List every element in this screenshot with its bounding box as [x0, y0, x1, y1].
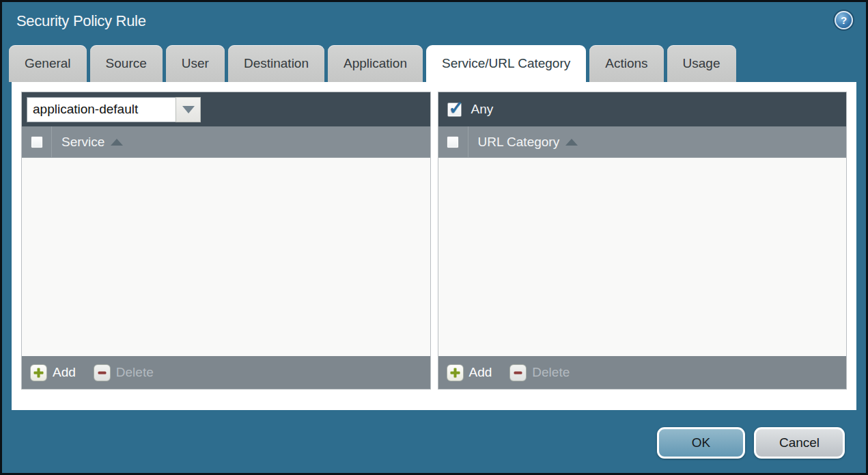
- tab-bar: General Source User Destination Applicat…: [9, 45, 859, 82]
- tab-destination[interactable]: Destination: [228, 45, 324, 82]
- title-bar: Security Policy Rule ?: [2, 2, 866, 43]
- tab-user[interactable]: User: [166, 45, 225, 82]
- service-toolbar: [22, 92, 430, 126]
- service-footer: Add Delete: [22, 356, 430, 389]
- url-category-column-sort[interactable]: URL Category: [468, 135, 578, 150]
- add-button-label: Add: [469, 365, 492, 380]
- chevron-down-icon: [182, 106, 195, 113]
- url-category-select-all-cell: [438, 126, 468, 157]
- service-add-button[interactable]: Add: [30, 364, 76, 381]
- tab-actions[interactable]: Actions: [589, 45, 663, 82]
- url-category-delete-button[interactable]: Delete: [509, 364, 570, 381]
- service-column-label: Service: [61, 135, 104, 150]
- url-category-list[interactable]: [438, 158, 847, 356]
- cancel-button[interactable]: Cancel: [754, 427, 845, 459]
- service-dropdown-input[interactable]: [27, 97, 176, 122]
- url-category-select-all-checkbox[interactable]: [447, 136, 459, 148]
- minus-icon: [94, 364, 111, 381]
- tab-application[interactable]: Application: [328, 45, 423, 82]
- tab-content: Service Add Delete: [12, 82, 856, 410]
- tab-source[interactable]: Source: [90, 45, 163, 82]
- service-column-header: Service: [22, 126, 430, 158]
- service-delete-button[interactable]: Delete: [94, 364, 154, 381]
- service-select-all-cell: [22, 126, 52, 157]
- service-select-all-checkbox[interactable]: [31, 136, 43, 148]
- url-category-column-label: URL Category: [478, 135, 560, 150]
- minus-icon: [509, 364, 527, 381]
- url-category-footer: Add Delete: [438, 356, 847, 389]
- tab-service-url-category[interactable]: Service/URL Category: [426, 45, 586, 82]
- add-button-label: Add: [53, 365, 76, 380]
- dialog-actions: OK Cancel: [657, 427, 845, 459]
- url-category-toolbar: Any: [438, 92, 847, 126]
- service-column-sort[interactable]: Service: [52, 135, 123, 150]
- service-dropdown: [27, 97, 201, 122]
- sort-ascending-icon: [565, 139, 578, 146]
- help-icon[interactable]: ?: [835, 11, 853, 29]
- security-policy-rule-dialog: Security Policy Rule ? General Source Us…: [0, 0, 868, 475]
- plus-icon: [30, 364, 47, 381]
- any-checkbox-label: Any: [471, 102, 494, 117]
- any-checkbox[interactable]: [447, 103, 462, 117]
- sort-ascending-icon: [111, 139, 123, 146]
- plus-icon: [447, 364, 464, 381]
- delete-button-label: Delete: [116, 365, 154, 380]
- tab-general[interactable]: General: [9, 45, 87, 82]
- delete-button-label: Delete: [532, 365, 570, 380]
- url-category-column-header: URL Category: [438, 126, 847, 158]
- service-list[interactable]: [22, 158, 430, 356]
- url-category-add-button[interactable]: Add: [447, 364, 492, 381]
- service-dropdown-button[interactable]: [176, 97, 201, 122]
- url-category-panel: Any URL Category Add: [438, 92, 848, 390]
- ok-button[interactable]: OK: [657, 427, 745, 459]
- service-panel: Service Add Delete: [21, 92, 431, 390]
- tab-usage[interactable]: Usage: [667, 45, 736, 82]
- dialog-title: Security Policy Rule: [16, 12, 146, 30]
